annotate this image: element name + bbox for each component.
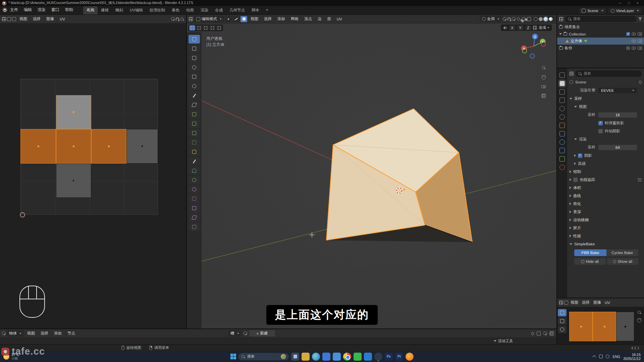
tab-object[interactable] (559, 123, 565, 128)
orthographic-toggle-icon[interactable] (542, 94, 546, 98)
section-performance[interactable]: 性能 (570, 233, 642, 239)
shader-editor-content[interactable]: 活动工具 (0, 338, 556, 344)
workspace-tab-sculpting[interactable]: 雕刻 (112, 6, 126, 14)
shader-snap-icon[interactable] (537, 331, 541, 336)
tab-render[interactable] (559, 81, 565, 86)
scene-selector[interactable]: Scene (579, 8, 606, 13)
editor-type-3d-icon[interactable] (189, 17, 193, 21)
cycles-bake-button[interactable]: Cycles Bake (606, 249, 639, 256)
tab-output[interactable] (559, 89, 565, 95)
material-slot-dropdown[interactable]: 槽 (228, 330, 241, 337)
vp-menu-vertex[interactable]: 顶点 (302, 16, 314, 22)
img-menu-image[interactable]: 图像 (592, 299, 602, 306)
overlays-dropdown-icon[interactable] (522, 17, 526, 20)
select-mode-new-icon[interactable] (189, 25, 195, 31)
img-menu-select[interactable]: 选择 (581, 299, 591, 306)
tool-loop-cut[interactable] (189, 147, 200, 156)
wechat-icon[interactable] (354, 353, 362, 361)
image-pin-toggle-icon[interactable] (564, 301, 568, 305)
menu-render[interactable]: 渲染 (35, 6, 48, 13)
pivot-point-dropdown-icon[interactable] (503, 17, 506, 21)
uv-search-icon[interactable] (180, 17, 184, 21)
workspace-tab-modeling[interactable]: 建模 (98, 6, 112, 14)
pan-hand-icon[interactable] (542, 75, 546, 79)
uv-pin-toggle-icon[interactable] (7, 17, 11, 21)
shader-menu-view[interactable]: 视图 (25, 330, 37, 337)
uv-face-unselected-bottom[interactable] (56, 164, 91, 198)
xray-toggle-icon[interactable] (527, 17, 531, 21)
eye-icon[interactable] (632, 40, 636, 43)
blender-menu-icon[interactable] (3, 8, 7, 12)
taskbar-clock[interactable]: 16:15 2025/11/12 (623, 353, 641, 361)
tab-scene[interactable] (559, 106, 565, 111)
mirror-y-toggle[interactable]: Y (517, 25, 524, 30)
workspace-tab-scripting[interactable]: 脚本 (248, 6, 263, 14)
jittered-shadows-checkbox[interactable] (598, 129, 603, 133)
uv-pivot-dropdown-icon[interactable] (171, 17, 175, 21)
tab-modifiers[interactable] (559, 131, 565, 136)
temporal-reprojection-checkbox[interactable] (598, 121, 603, 125)
vp-menu-face[interactable]: 面 (325, 16, 334, 22)
snap-dropdown-icon[interactable] (507, 17, 511, 20)
uv-face-unselected-right[interactable] (126, 129, 158, 164)
uv-face-selected-2[interactable] (56, 129, 91, 164)
section-volumes[interactable]: 体积 (570, 184, 642, 191)
transform-orientation-dropdown[interactable]: 全局 (480, 16, 502, 22)
outliner-search-input[interactable]: 搜索 (565, 16, 637, 22)
outliner-row-backup[interactable]: 备份 (557, 45, 644, 52)
tool-rotate[interactable] (189, 63, 200, 72)
viewport-samples-field[interactable]: 16 (598, 112, 637, 118)
outliner-row-collection[interactable]: Collection (557, 31, 644, 38)
img-menu-uv[interactable]: UV (603, 300, 611, 305)
tab-object-data[interactable] (559, 156, 565, 162)
img-tool-select-box[interactable] (558, 309, 567, 316)
camera-visibility-icon[interactable] (638, 40, 642, 43)
tool-inset-faces[interactable] (189, 129, 200, 137)
pin-icon[interactable] (638, 80, 642, 84)
editor-type-shader-icon[interactable] (2, 331, 6, 335)
tool-smooth[interactable] (189, 185, 200, 194)
collection-checkbox[interactable] (626, 32, 630, 36)
tool-spin[interactable] (189, 176, 200, 184)
premiere-icon[interactable]: Pt (395, 353, 403, 361)
outliner-row-cube[interactable]: 立方体 (557, 38, 644, 45)
vp-menu-select[interactable]: 选择 (262, 16, 274, 22)
img-zoom-icon[interactable] (637, 310, 641, 314)
snap-grid-dropdown-icon[interactable] (533, 26, 537, 30)
vp-menu-edge[interactable]: 边 (315, 16, 324, 22)
select-mode-edge[interactable] (233, 16, 239, 22)
properties-search-input[interactable]: 搜索 (575, 70, 642, 77)
browse-material-icon[interactable] (244, 331, 247, 335)
store-icon[interactable] (322, 353, 330, 361)
tray-expand-icon[interactable] (592, 355, 596, 359)
proportional-edit-icon[interactable] (512, 17, 516, 21)
shader-preview-icon[interactable] (543, 331, 547, 335)
mail-icon[interactable] (333, 353, 341, 361)
menu-window[interactable]: 窗口 (49, 6, 62, 13)
editor-type-image-icon[interactable] (559, 301, 563, 305)
workspace-tab-layout[interactable]: 布局 (83, 6, 98, 14)
menu-edit[interactable]: 编辑 (21, 6, 35, 13)
tool-move[interactable] (189, 54, 200, 62)
workspace-tab-animation[interactable]: 动画 (183, 6, 197, 14)
uv-menu-image[interactable]: 图像 (44, 16, 56, 22)
select-mode-invert-icon[interactable] (209, 25, 215, 31)
img-menu-view[interactable]: 视图 (569, 299, 580, 306)
uv-2d-cursor[interactable] (20, 212, 25, 218)
gizmo-y-label[interactable]: Y (542, 40, 544, 44)
tool-scale[interactable] (189, 72, 200, 81)
task-view-button[interactable] (291, 353, 299, 361)
uv-snap-dropdown-icon[interactable] (176, 17, 179, 20)
section-motion-blur[interactable]: 运动模糊 (570, 217, 642, 223)
camera-visibility-icon[interactable] (638, 33, 642, 36)
workspace-tab-geometry-nodes[interactable]: 几何节点 (226, 6, 248, 14)
menu-icon[interactable] (638, 178, 642, 181)
uv-menu-view[interactable]: 视图 (17, 16, 30, 22)
section-shadows[interactable]: 阴影 (570, 152, 642, 159)
camera-view-icon[interactable] (541, 85, 546, 88)
new-material-button[interactable]: + 新建 (249, 330, 275, 337)
active-tool-panel[interactable]: 活动工具 (494, 339, 513, 344)
3d-scene[interactable] (187, 23, 556, 328)
properties-editor-icon[interactable] (570, 72, 574, 76)
tab-material[interactable] (559, 165, 565, 170)
